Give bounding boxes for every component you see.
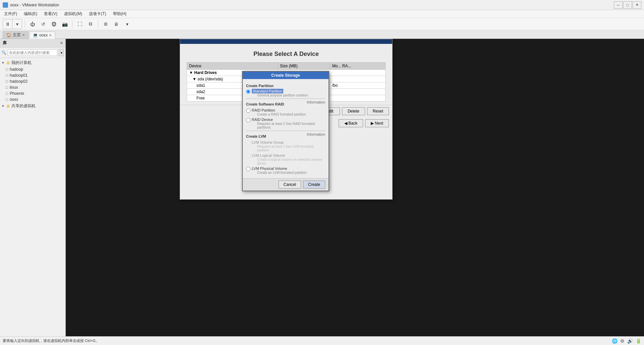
window-controls: ─ □ ✕ [614, 1, 641, 9]
delete-partition-button[interactable]: Delete [342, 107, 365, 115]
expand-icon-my-computer: ▼ [1, 61, 5, 65]
radio-option-raid-device: RAID Device Requires at least 2 free RAI… [246, 117, 325, 129]
battery-icon[interactable]: 🔋 [636, 338, 641, 344]
sidebar: 库 ✕ 🔍 ▾ ▼ 🖥 我的计算机 ☐ hadoop ☐ hadoo [0, 39, 66, 345]
status-bar-right: 🌐 ⚙ 🔊 🔋 [612, 338, 641, 344]
status-text: 要将输入定向到虚拟机，请在虚拟机内部单击或按 Ctrl+G。 [3, 338, 99, 343]
home-tab-close[interactable]: ✕ [22, 33, 25, 37]
snapshot-button[interactable]: 📷 [60, 19, 69, 29]
device-section-title: Please Select A Device [187, 47, 386, 61]
toolbar-sep-1 [25, 20, 25, 28]
pause-dropdown[interactable]: ▾ [12, 19, 22, 29]
content-area: Please Select A Device Device Size (MB) … [66, 39, 644, 345]
tab-ooxx[interactable]: 💻 ooxx ✕ [29, 31, 55, 39]
radio-raid-device[interactable] [246, 118, 250, 122]
raid-device-label[interactable]: RAID Device [252, 118, 273, 122]
dialog-create-button[interactable]: Create [303, 181, 325, 189]
sidebar-label-phoenix: Phoenix [10, 91, 24, 96]
suspend-button[interactable]: ⏼ [49, 19, 59, 29]
dialog-divider-2 [246, 131, 325, 131]
ooxx-tab-label: ooxx [39, 33, 48, 38]
radio-raid-partition[interactable] [246, 109, 250, 113]
sidebar-item-hadoop01[interactable]: ☐ hadoop01 [4, 72, 65, 78]
ooxx-tab-close[interactable]: ✕ [49, 33, 52, 37]
pause-group: ⏸ ▾ [3, 19, 22, 29]
col-size: Size (MB) [278, 63, 330, 70]
edit-menu[interactable]: 编辑(E) [21, 10, 40, 17]
sidebar-item-hadoop[interactable]: ☐ hadoop [4, 66, 65, 72]
sidebar-item-phoenix[interactable]: ☐ Phoenix [4, 90, 65, 96]
vm-header-bar [180, 39, 392, 44]
vm-icon-phoenix: ☐ [5, 92, 8, 95]
raid-device-desc: Requires at least 2 free RAID formated p… [257, 122, 325, 129]
settings-button[interactable]: ⚙ [101, 19, 110, 29]
sidebar-close[interactable]: ✕ [60, 41, 63, 45]
pause-button[interactable]: ⏸ [3, 19, 12, 29]
reset-partition-button[interactable]: Reset [367, 107, 389, 115]
create-lvm-label: Create LVM [246, 134, 266, 138]
free-mo [330, 95, 385, 101]
lvm-physical-volume-label[interactable]: LVM Physical Volume [252, 166, 287, 170]
vm-icon-ooxx: ☐ [5, 98, 8, 101]
network-icon[interactable]: 🌐 [612, 338, 618, 344]
sidebar-item-shared-vms[interactable]: ▼ 🖥 共享的虚拟机 [0, 102, 65, 110]
volume-icon[interactable]: 🔊 [627, 338, 633, 344]
tab-menu[interactable]: 选项卡(T) [86, 10, 109, 17]
file-menu[interactable]: 文件(F) [1, 10, 20, 17]
tab-home[interactable]: 🏠 主页 ✕ [3, 31, 28, 39]
display-dropdown[interactable]: ▾ [122, 19, 132, 29]
fullscreen-button[interactable]: ⛶ [75, 19, 84, 29]
vm-icon-hadoop01: ☐ [5, 74, 8, 77]
view-menu[interactable]: 查看(V) [41, 10, 60, 17]
help-menu[interactable]: 帮助(H) [110, 10, 129, 17]
dialog-cancel-button[interactable]: Cancel [279, 181, 301, 189]
radio-lvm-physical-volume[interactable] [246, 167, 250, 171]
sidebar-children-my-computer: ☐ hadoop ☐ hadoop01 ☐ hadoop02 ☐ linux ☐ [4, 66, 65, 102]
create-lvm-info[interactable]: Information [307, 132, 325, 139]
dialog-title: Create Storage [243, 72, 329, 79]
sidebar-item-hadoop02[interactable]: ☐ hadoop02 [4, 78, 65, 84]
close-button[interactable]: ✕ [633, 1, 641, 9]
sidebar-item-ooxx[interactable]: ☐ ooxx [4, 96, 65, 102]
title-bar-left: ooxx - VMware Workstation [3, 2, 59, 8]
home-tab-icon: 🏠 [6, 33, 11, 38]
search-icon: 🔍 [1, 50, 6, 55]
minimize-button[interactable]: ─ [614, 1, 623, 9]
radio-option-lvm-logical-volume: LVM Logical Volume Create a logical volu… [246, 153, 325, 165]
lvm-volume-group-desc: Requires at least 1 free LVM formated pa… [257, 145, 325, 152]
title-bar: ooxx - VMware Workstation ─ □ ✕ [0, 0, 644, 10]
window-title: ooxx - VMware Workstation [10, 3, 59, 7]
maximize-button[interactable]: □ [623, 1, 632, 9]
standard-partition-desc: General purpose partition creation [257, 93, 308, 97]
sidebar-label-ooxx: ooxx [10, 97, 18, 102]
toolbar-sep-3 [98, 20, 98, 28]
reset-vm-button[interactable]: ↺ [39, 19, 48, 29]
col-mo: Mo... RA... [330, 63, 385, 70]
raid-partition-label[interactable]: RAID Partition [252, 108, 275, 112]
next-button[interactable]: ▶ Next [365, 119, 389, 127]
search-dropdown[interactable]: ▾ [59, 49, 64, 56]
lvm-volume-group-label: LVM Volume Group [252, 140, 284, 144]
display-button[interactable]: 🖥 [112, 19, 121, 29]
search-input[interactable] [8, 49, 57, 56]
dialog-create-partition-section: Create Partition Standard Partition Gene… [246, 84, 325, 97]
power-button[interactable]: ⏻ [28, 19, 37, 29]
sidebar-label-hadoop01: hadoop01 [10, 73, 27, 78]
main-layout: 库 ✕ 🔍 ▾ ▼ 🖥 我的计算机 ☐ hadoop ☐ hadoo [0, 39, 644, 345]
radio-lvm-logical-volume [246, 154, 250, 158]
sidebar-label-hadoop: hadoop [10, 67, 23, 72]
create-raid-info[interactable]: Information [307, 100, 325, 107]
vm-menu[interactable]: 虚拟机(M) [61, 10, 85, 17]
back-button[interactable]: ◀ Back [339, 119, 363, 127]
home-tab-label: 主页 [13, 32, 21, 38]
unity-button[interactable]: ⧉ [86, 19, 95, 29]
vmware-icon [3, 2, 8, 8]
standard-partition-label[interactable]: Standard Partition [252, 89, 283, 93]
sidebar-label-hadoop02: hadoop02 [10, 79, 27, 84]
radio-option-lvm-volume-group: LVM Volume Group Requires at least 1 fre… [246, 140, 325, 152]
settings-icon[interactable]: ⚙ [620, 338, 625, 344]
radio-standard-partition[interactable] [246, 89, 250, 94]
status-bar: 要将输入定向到虚拟机，请在虚拟机内部单击或按 Ctrl+G。 🌐 ⚙ 🔊 🔋 [0, 336, 644, 345]
sidebar-item-my-computer[interactable]: ▼ 🖥 我的计算机 [0, 59, 65, 66]
sidebar-item-linux[interactable]: ☐ linux [4, 84, 65, 90]
